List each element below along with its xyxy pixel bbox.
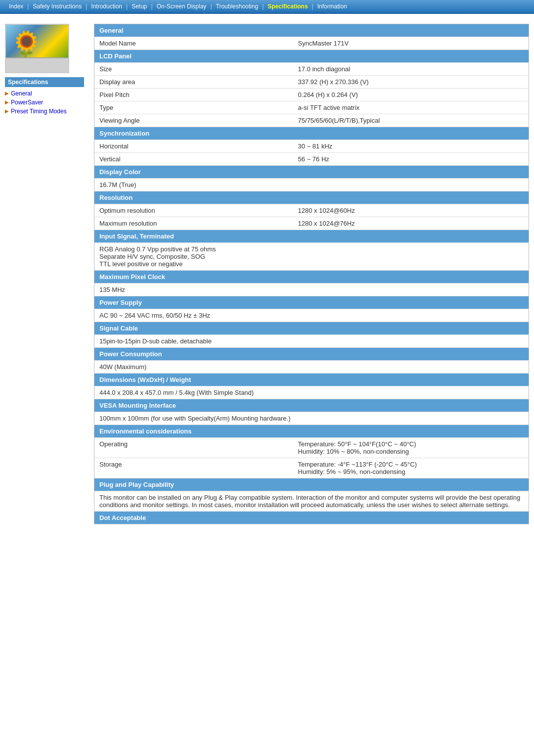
spec-value-14: 1280 x 1024@60Hz (293, 204, 529, 217)
section-header-22: Signal Cable (94, 322, 529, 335)
section-header-label-35: Dot Acceptable (94, 512, 529, 524)
spec-value-15: 1280 x 1024@76Hz (293, 217, 529, 230)
arrow-icon-preset: ▶ (5, 108, 9, 114)
spec-value-5: 0.264 (H) x 0.264 (V) (293, 89, 529, 101)
specs-table: GeneralModel NameSyncMaster 171VLCD Pane… (94, 24, 529, 524)
section-header-33: Plug and Play Capability (94, 478, 529, 491)
section-header-26: Dimensions (WxDxH) / Weight (94, 374, 529, 386)
nav-introduction[interactable]: Introduction (87, 3, 126, 10)
spec-row-6: Typea-si TFT active matrix (94, 101, 529, 114)
section-header-label-33: Plug and Play Capability (94, 478, 529, 491)
spec-row-7: Viewing Angle75/75/65/60(L/R/T/B),Typica… (94, 114, 529, 127)
nav-setup[interactable]: Setup (128, 3, 151, 10)
spec-full-row-21: AC 90 ~ 264 VAC rms, 60/50 Hz ± 3Hz (94, 309, 529, 322)
section-header-label-11: Display Color (94, 166, 529, 179)
sidebar: 🌻 Specifications ▶ General ▶ PowerSaver … (5, 24, 84, 524)
section-header-label-28: VESA Mounting Interface (94, 399, 529, 412)
monitor-base (6, 57, 68, 72)
spec-row-9: Horizontal30 ~ 81 kHz (94, 140, 529, 153)
spec-label-14: Optimum resolution (94, 204, 293, 217)
spec-full-value-25: 40W (Maximum) (94, 361, 529, 374)
section-header-13: Resolution (94, 191, 529, 204)
section-header-label-16: Input Signal, Terminated (94, 230, 529, 243)
main-layout: 🌻 Specifications ▶ General ▶ PowerSaver … (0, 14, 534, 534)
top-navigation: Index | Safety Instructions | Introducti… (0, 0, 534, 14)
section-header-35: Dot Acceptable (94, 512, 529, 524)
section-header-label-24: Power Consumption (94, 348, 529, 361)
spec-value-1: SyncMaster 171V (293, 37, 529, 50)
spec-label-9: Horizontal (94, 140, 293, 153)
section-header-label-8: Synchronization (94, 127, 529, 140)
nav-safety[interactable]: Safety Instructions (29, 3, 86, 10)
sidebar-title: Specifications (5, 77, 84, 87)
spec-full-value-17: RGB Analog 0.7 Vpp positive at 75 ohms S… (94, 243, 529, 271)
spec-value-7: 75/75/65/60(L/R/T/B),Typical (293, 114, 529, 127)
nav-troubleshooting[interactable]: Troubleshooting (212, 3, 263, 10)
section-header-18: Maximum Pixel Clock (94, 271, 529, 284)
section-header-8: Synchronization (94, 127, 529, 140)
spec-full-row-29: 100mm x 100mm (for use with Specialty(Ar… (94, 412, 529, 425)
spec-row-31: OperatingTemperature: 50°F ~ 104°F(10°C … (94, 438, 529, 458)
section-header-30: Environmental considerations (94, 425, 529, 438)
spec-row-3: Size17.0 inch diagonal (94, 63, 529, 76)
nav-information[interactable]: Information (313, 3, 351, 10)
spec-label-5: Pixel Pitch (94, 89, 293, 101)
spec-value-10: 56 ~ 76 Hz (293, 153, 529, 166)
section-header-label-18: Maximum Pixel Clock (94, 271, 529, 284)
section-header-label-22: Signal Cable (94, 322, 529, 335)
spec-label-31: Operating (94, 438, 293, 458)
section-header-label-0: General (94, 24, 529, 37)
section-header-16: Input Signal, Terminated (94, 230, 529, 243)
section-header-label-2: LCD Panel (94, 50, 529, 63)
nav-specifications[interactable]: Specifications (264, 3, 312, 10)
spec-full-value-21: AC 90 ~ 264 VAC rms, 60/50 Hz ± 3Hz (94, 309, 529, 322)
section-header-label-13: Resolution (94, 191, 529, 204)
sidebar-link-powersaver[interactable]: ▶ PowerSaver (5, 99, 84, 106)
sidebar-label-general: General (11, 90, 32, 97)
spec-row-15: Maximum resolution1280 x 1024@76Hz (94, 217, 529, 230)
section-header-label-30: Environmental considerations (94, 425, 529, 438)
spec-full-row-27: 444.0 x 208.4 x 457.0 mm / 5.4kg (With S… (94, 386, 529, 399)
section-header-2: LCD Panel (94, 50, 529, 63)
arrow-icon-powersaver: ▶ (5, 99, 9, 105)
nav-osd[interactable]: On-Screen Display (153, 3, 211, 10)
section-header-20: Power Supply (94, 296, 529, 309)
spec-value-31: Temperature: 50°F ~ 104°F(10°C ~ 40°C) H… (293, 438, 529, 458)
spec-row-4: Display area337.92 (H) x 270.336 (V) (94, 76, 529, 89)
section-header-label-20: Power Supply (94, 296, 529, 309)
spec-row-1: Model NameSyncMaster 171V (94, 37, 529, 50)
section-header-11: Display Color (94, 166, 529, 179)
spec-label-15: Maximum resolution (94, 217, 293, 230)
spec-full-value-12: 16.7M (True) (94, 179, 529, 191)
spec-full-value-27: 444.0 x 208.4 x 457.0 mm / 5.4kg (With S… (94, 386, 529, 399)
spec-full-row-34: This monitor can be installed on any Plu… (94, 491, 529, 512)
spec-full-value-29: 100mm x 100mm (for use with Specialty(Ar… (94, 412, 529, 425)
spec-label-10: Vertical (94, 153, 293, 166)
spec-value-9: 30 ~ 81 kHz (293, 140, 529, 153)
arrow-icon-general: ▶ (5, 91, 9, 96)
spec-label-3: Size (94, 63, 293, 76)
spec-label-32: Storage (94, 458, 293, 478)
spec-full-value-19: 135 MHz (94, 284, 529, 296)
sidebar-link-general[interactable]: ▶ General (5, 90, 84, 97)
content-area: GeneralModel NameSyncMaster 171VLCD Pane… (84, 24, 529, 524)
spec-full-value-34: This monitor can be installed on any Plu… (94, 491, 529, 512)
spec-full-row-23: 15pin-to-15pin D-sub cable, detachable (94, 335, 529, 348)
spec-row-14: Optimum resolution1280 x 1024@60Hz (94, 204, 529, 217)
sidebar-link-preset[interactable]: ▶ Preset Timing Modes (5, 108, 84, 115)
spec-row-5: Pixel Pitch0.264 (H) x 0.264 (V) (94, 89, 529, 101)
logo-flower-icon: 🌻 (11, 30, 42, 58)
spec-label-7: Viewing Angle (94, 114, 293, 127)
section-header-24: Power Consumption (94, 348, 529, 361)
section-header-label-26: Dimensions (WxDxH) / Weight (94, 374, 529, 386)
spec-row-32: StorageTemperature: -4°F ~113°F (-20°C ~… (94, 458, 529, 478)
spec-label-4: Display area (94, 76, 293, 89)
spec-full-value-23: 15pin-to-15pin D-sub cable, detachable (94, 335, 529, 348)
spec-value-32: Temperature: -4°F ~113°F (-20°C ~ 45°C) … (293, 458, 529, 478)
nav-index[interactable]: Index (5, 3, 27, 10)
spec-label-6: Type (94, 101, 293, 114)
section-header-28: VESA Mounting Interface (94, 399, 529, 412)
spec-full-row-12: 16.7M (True) (94, 179, 529, 191)
spec-row-10: Vertical56 ~ 76 Hz (94, 153, 529, 166)
spec-value-3: 17.0 inch diagonal (293, 63, 529, 76)
